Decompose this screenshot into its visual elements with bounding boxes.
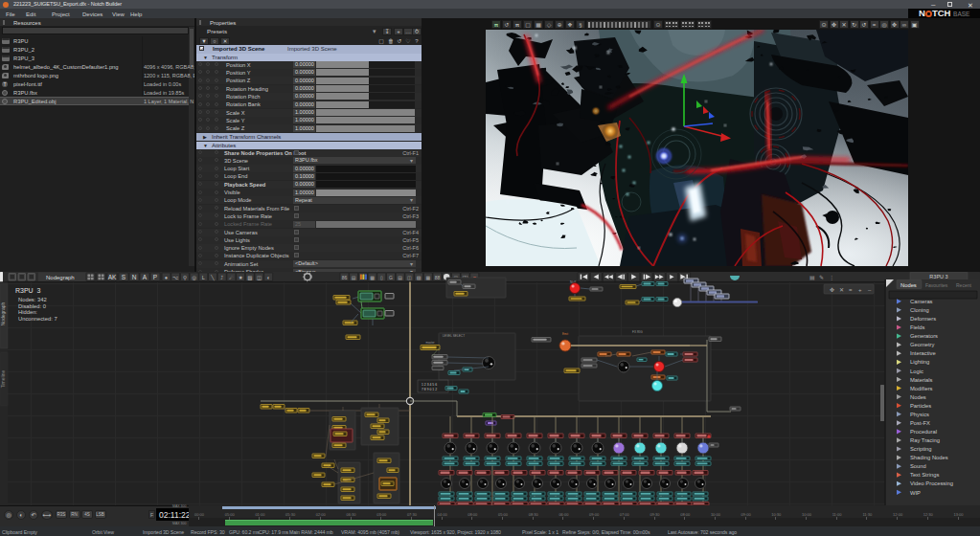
svg-text:Geometry: Geometry [910, 342, 935, 347]
svg-text:Generators: Generators [910, 333, 938, 339]
svg-text:WIP: WIP [910, 490, 921, 496]
svg-text:Unconnected: 7: Unconnected: 7 [18, 316, 57, 322]
svg-text:▤: ▤ [352, 275, 356, 280]
svg-text:Particles: Particles [910, 403, 931, 409]
svg-text:Materials: Materials [910, 377, 933, 383]
svg-text:Timeline: Timeline [0, 369, 6, 388]
svg-text:R3PU 3: R3PU 3 [929, 274, 947, 279]
svg-text:▤: ▤ [398, 275, 402, 280]
svg-text:◫: ◫ [407, 275, 412, 280]
svg-text:Scripting: Scripting [910, 446, 932, 452]
svg-text:◎: ◎ [192, 275, 196, 280]
svg-text:☄: ☄ [229, 275, 234, 280]
svg-text:Cloning: Cloning [910, 307, 929, 313]
svg-text:⌥: ⌥ [172, 275, 178, 280]
svg-text:AK: AK [108, 274, 117, 280]
svg-text:N: N [132, 274, 137, 280]
svg-text:88: 88 [435, 275, 441, 280]
svg-text:Video Processing: Video Processing [910, 480, 953, 486]
svg-text:⚲: ⚲ [183, 275, 187, 280]
svg-text:A: A [143, 274, 148, 280]
svg-text:Nodes: 342: Nodes: 342 [18, 297, 47, 302]
svg-text:Physics: Physics [910, 412, 929, 417]
svg-text:Shading Nodes: Shading Nodes [910, 455, 948, 460]
svg-text:╲: ╲ [210, 274, 215, 281]
svg-text:P: P [153, 274, 157, 280]
svg-text:✥: ✥ [830, 287, 834, 293]
svg-text:Hidden:: Hidden: [18, 309, 37, 315]
svg-text:Recent: Recent [956, 282, 971, 288]
svg-text:R3PU 3: R3PU 3 [15, 287, 41, 294]
svg-text:Logic: Logic [910, 368, 923, 374]
svg-text:Modifiers: Modifiers [910, 386, 933, 391]
svg-text:86: 86 [342, 275, 348, 280]
svg-text:▤: ▤ [809, 275, 815, 280]
svg-text:+: + [858, 287, 862, 293]
svg-text:▧: ▧ [247, 275, 252, 280]
svg-text:Text Strings: Text Strings [910, 472, 939, 478]
svg-text:Deformers: Deformers [910, 316, 936, 322]
svg-text:Favourites: Favourites [925, 282, 948, 288]
svg-text:Interactive: Interactive [910, 350, 936, 356]
svg-text:Sound: Sound [910, 463, 926, 469]
svg-text:▯: ▯ [380, 275, 383, 280]
svg-text:Lighting: Lighting [910, 359, 929, 365]
svg-text:G: G [389, 275, 393, 280]
svg-text:◫: ◫ [257, 275, 262, 280]
svg-text:✎: ✎ [819, 275, 824, 280]
svg-text:7 8 9 0 1 2: 7 8 9 0 1 2 [422, 388, 437, 391]
svg-text:Procedural: Procedural [910, 429, 937, 435]
svg-text:Nodes: Nodes [900, 282, 917, 288]
svg-text:=: = [849, 287, 853, 293]
svg-text:Cameras: Cameras [910, 299, 933, 304]
svg-text:Nodegraph: Nodegraph [46, 275, 75, 280]
svg-text:▦: ▦ [425, 275, 430, 280]
svg-text:FX RIG: FX RIG [632, 330, 643, 334]
svg-text:1 2 3 4 5 6: 1 2 3 4 5 6 [422, 383, 437, 387]
svg-text:⋮: ⋮ [829, 275, 834, 280]
svg-text:Fields: Fields [910, 324, 925, 330]
svg-text:S: S [122, 274, 126, 280]
svg-text:Nodegraph: Nodegraph [0, 302, 6, 325]
svg-text:▩: ▩ [370, 275, 375, 280]
svg-text:Ray Tracing: Ray Tracing [910, 437, 940, 443]
svg-text:L: L [202, 275, 205, 280]
svg-text:Nodes: Nodes [910, 394, 926, 400]
svg-text:Disabled: 0: Disabled: 0 [18, 303, 46, 309]
svg-text:LEVEL SELECT: LEVEL SELECT [443, 334, 465, 338]
svg-text:Post-FX: Post-FX [910, 420, 930, 426]
svg-text:✕: ✕ [839, 287, 844, 293]
svg-text:master: master [425, 341, 434, 345]
svg-text:●: ● [165, 275, 168, 280]
svg-text:Emit: Emit [562, 332, 568, 336]
svg-text:▨: ▨ [417, 275, 422, 280]
svg-text:★: ★ [239, 275, 243, 280]
svg-text:⤴: ⤴ [220, 275, 223, 280]
